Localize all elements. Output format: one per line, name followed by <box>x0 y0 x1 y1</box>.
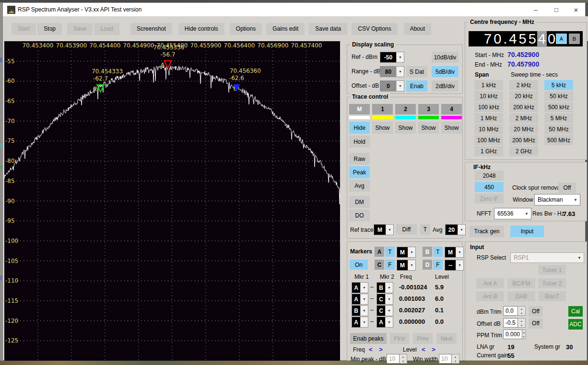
chevron-down-icon[interactable]: ▼ <box>458 225 465 235</box>
chevron-down-icon[interactable]: ▼ <box>525 212 529 216</box>
trace-1-header-button[interactable]: 1 <box>372 104 393 114</box>
chevron-down-icon[interactable]: ▼ <box>396 81 404 91</box>
csv-options-button[interactable]: CSV Options <box>352 23 397 35</box>
offset-db-spinner[interactable]: -0.5 ▲▼ <box>503 318 526 328</box>
if-2048-button[interactable]: 2048 <box>475 171 504 181</box>
span-2-ghz-button[interactable]: 2 GHz <box>509 146 538 156</box>
delta-row-2-mkr1-combo[interactable]: B▼ <box>352 305 368 316</box>
chevron-down-icon[interactable]: ▼ <box>360 317 368 327</box>
marker-D-tf-button[interactable]: F <box>433 260 443 270</box>
freq-step-buttons[interactable]: < > <box>369 346 385 353</box>
spectrum-svg[interactable]: 70.45340070.45390070.45440070.45490070.4… <box>4 41 340 361</box>
clock-spur-off-button[interactable]: Off <box>558 182 576 193</box>
freq-b-button[interactable]: B <box>569 34 580 44</box>
do-button[interactable]: DO <box>349 209 370 221</box>
freq-a-button[interactable]: A <box>556 34 567 44</box>
ppm-trim-spinner[interactable]: 0.000 ▲▼ <box>503 330 526 339</box>
ds-range-db-combo[interactable]: 80▼ <box>380 66 404 77</box>
span-2-khz-button[interactable]: 2 kHz <box>509 80 538 90</box>
delta-row-0-mkr2-combo[interactable]: B▼ <box>376 282 393 293</box>
marker-C-button[interactable]: C <box>375 260 384 270</box>
5dB-div-button[interactable]: 5dB/div <box>432 66 459 77</box>
span-10-khz-button[interactable]: 10 kHz <box>474 91 503 101</box>
span-500-mhz-button[interactable]: 500 MHz <box>544 135 573 145</box>
chevron-down-icon[interactable]: ▼ <box>456 247 463 257</box>
chevron-down-icon[interactable]: ▼ <box>386 225 393 235</box>
close-button[interactable]: × <box>568 3 584 16</box>
enab-button[interactable]: Enab <box>406 80 427 91</box>
span-5-mhz-button[interactable]: 5 MHz <box>544 113 573 123</box>
span-20-mhz-button[interactable]: 20 MHz <box>509 124 538 134</box>
avg-combo[interactable]: 20▼ <box>445 224 466 235</box>
if-zero-if-button[interactable]: Zero IF <box>475 194 504 204</box>
window-combo[interactable]: Blackman▼ <box>534 194 580 205</box>
ds-offset-db-combo[interactable]: 0▼ <box>380 80 404 91</box>
chevron-down-icon[interactable]: ▼ <box>456 260 463 270</box>
trace-M-hide-button[interactable]: Hide <box>349 122 370 134</box>
t-button[interactable]: T <box>420 224 430 235</box>
marker-A-tf-button[interactable]: T <box>385 247 395 257</box>
about-button[interactable]: About <box>404 23 431 35</box>
span-200-mhz-button[interactable]: 200 MHz <box>509 135 538 145</box>
marker-D-trace-combo[interactable]: --▼ <box>445 260 464 271</box>
trace-2-show-button[interactable]: Show <box>395 122 416 134</box>
first-button[interactable]: First <box>390 333 409 344</box>
nfft-combo[interactable]: 65536▼ <box>494 208 531 219</box>
adc-button[interactable]: ADC <box>568 319 583 330</box>
tuner-2-button[interactable]: Tuner 2 <box>538 278 566 288</box>
freq-digit[interactable]: 5 <box>517 31 527 47</box>
next-button[interactable]: Next <box>436 333 457 344</box>
chevron-down-icon[interactable]: ▼ <box>360 306 368 316</box>
if-450-button[interactable]: 450 <box>475 182 504 192</box>
spinner-arrows[interactable]: ▲▼ <box>522 330 526 339</box>
cal-button[interactable]: Cal <box>568 306 583 317</box>
delta-row-1-mkr2-combo[interactable]: C▼ <box>376 294 393 305</box>
raw-button[interactable]: Raw <box>349 153 370 165</box>
span-5-khz-button[interactable]: 5 kHz <box>544 80 573 90</box>
peak-button[interactable]: Peak <box>349 166 370 178</box>
trace-4-header-button[interactable]: 4 <box>441 104 462 114</box>
track-gen-button[interactable]: Track gen <box>470 226 504 237</box>
trace-3-show-button[interactable]: Show <box>418 122 439 134</box>
hide-controls-button[interactable]: Hide controls <box>178 23 224 35</box>
span-1-khz-button[interactable]: 1 kHz <box>474 80 503 90</box>
freq-digit[interactable]: 0 <box>493 31 502 47</box>
ant-a-button[interactable]: Ant A <box>476 278 504 288</box>
diff-button[interactable]: Diff <box>396 224 417 235</box>
rsp-select-combo[interactable]: RSP1▼ <box>510 252 584 263</box>
span-1-mhz-button[interactable]: 1 MHz <box>474 113 503 123</box>
spinner-arrows[interactable]: ▲▼ <box>400 354 407 364</box>
start-button[interactable]: Start <box>12 23 36 35</box>
span-50-mhz-button[interactable]: 50 MHz <box>544 124 573 134</box>
freq-digit[interactable]: 4 <box>537 31 547 47</box>
span-2-mhz-button[interactable]: 2 MHz <box>509 113 538 123</box>
delta-row-3-mkr1-combo[interactable]: A▼ <box>352 317 368 328</box>
ref-trace-combo[interactable]: M▼ <box>374 224 394 235</box>
screenshot-button[interactable]: Screenshot <box>130 23 172 35</box>
dbm-trim-spinner[interactable]: 0.0 ▲▼ <box>503 306 526 316</box>
span-10-mhz-button[interactable]: 10 MHz <box>474 124 503 134</box>
spinner-arrows[interactable]: ▲▼ <box>518 306 526 316</box>
marker-B-trace-combo[interactable]: M▼ <box>445 247 464 258</box>
trace-4-show-button[interactable]: Show <box>441 122 462 134</box>
span-1-ghz-button[interactable]: 1 GHz <box>474 146 503 156</box>
dab-button[interactable]: DAB <box>507 291 535 301</box>
spinner-arrows[interactable]: ▲▼ <box>518 318 526 328</box>
input-mode-button[interactable]: Input <box>510 226 544 237</box>
marker-C-tf-button[interactable]: F <box>385 260 395 270</box>
marker-C[interactable]: 70.454333-62.7C <box>92 68 123 92</box>
span-20-khz-button[interactable]: 20 kHz <box>509 91 538 101</box>
win-width-spinner[interactable]: 10 ▲▼ <box>439 354 459 364</box>
chevron-down-icon[interactable]: ▼ <box>408 260 415 270</box>
span-200-khz-button[interactable]: 200 kHz <box>509 102 538 112</box>
freq-digit[interactable]: 4 <box>508 31 517 47</box>
ant-b-button[interactable]: Ant B <box>476 291 504 301</box>
marker-A-button[interactable]: A <box>375 247 384 257</box>
marker-A[interactable]: 70.455336-56.7A <box>153 44 185 68</box>
trace-M-header-button[interactable]: M <box>349 104 370 114</box>
marker-B[interactable]: 70.456360-62.6B <box>229 68 261 92</box>
freq-digit[interactable]: 5 <box>528 31 537 47</box>
prev-button[interactable]: Prev <box>413 333 433 344</box>
trace-1-show-button[interactable]: Show <box>372 122 393 134</box>
gains-edit-button[interactable]: Gains edit <box>266 23 305 35</box>
